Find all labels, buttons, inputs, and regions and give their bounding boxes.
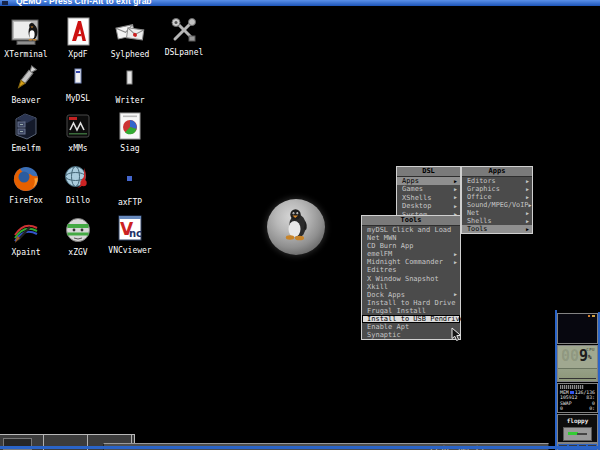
menu-item-office[interactable]: Office▶ bbox=[462, 193, 532, 201]
menu-item-dock-apps[interactable]: Dock Apps▶ bbox=[362, 291, 460, 299]
dockapp-net-monitor[interactable] bbox=[557, 313, 598, 344]
menu-item-label: Synaptic bbox=[367, 331, 401, 339]
desktop-icon-dillo[interactable]: Dillo bbox=[52, 160, 104, 205]
menu-item-label: Enable Apt bbox=[367, 323, 409, 331]
menu-item-shells[interactable]: Shells▶ bbox=[462, 217, 532, 225]
menu-item-net[interactable]: Net▶ bbox=[462, 209, 532, 217]
desktop-icon-axftp[interactable]: axFTP bbox=[104, 162, 156, 207]
menu-item-cd-burn-app[interactable]: CD Burn App bbox=[362, 242, 460, 250]
window-title: QEMU - Press Ctrl-Alt to exit grab bbox=[16, 0, 152, 6]
menu-item-sound-mpeg-voip[interactable]: Sound/MPEG/VoIP▶ bbox=[462, 201, 532, 209]
stat-left: 0 bbox=[560, 406, 563, 411]
menu-item-editors[interactable]: Editors▶ bbox=[462, 177, 532, 185]
xmms-icon bbox=[52, 108, 104, 142]
submenu-arrow-icon: ▶ bbox=[526, 219, 529, 224]
menu-item-emelfm[interactable]: emelFM▶ bbox=[362, 250, 460, 258]
writer-icon bbox=[104, 60, 156, 94]
menu-item-label: X Window Snapshot bbox=[367, 275, 439, 283]
menu-item-graphics[interactable]: Graphics▶ bbox=[462, 185, 532, 193]
menu-item-label: Midnight Commander bbox=[367, 258, 443, 266]
dsl-logo bbox=[267, 199, 325, 255]
menu-item-label: Install to Hard Drive bbox=[367, 299, 456, 307]
dockapp-cpu-monitor[interactable]: CPU 009% bbox=[557, 345, 598, 382]
mouse-cursor-icon bbox=[451, 327, 462, 346]
icon-label: xZGV bbox=[52, 248, 104, 257]
desktop-icon-vncviewer[interactable]: VncVNCviewer bbox=[104, 210, 156, 255]
menu-item-install-to-hard-drive[interactable]: Install to Hard Drive bbox=[362, 299, 460, 307]
submenu-arrow-icon: ▶ bbox=[454, 204, 457, 209]
svg-text:nc: nc bbox=[129, 228, 142, 239]
menu-item-games[interactable]: Games▶ bbox=[397, 185, 460, 193]
icon-label: axFTP bbox=[104, 198, 156, 207]
desktop-icon-beaver[interactable]: Beaver bbox=[0, 60, 52, 105]
stat-right: 0: bbox=[589, 406, 595, 411]
menu-item-label: Desktop bbox=[402, 202, 432, 210]
tux-penguin-icon bbox=[276, 205, 316, 249]
menu-item-label: Net MWN bbox=[367, 234, 397, 242]
desktop-icon-writer[interactable]: Writer bbox=[104, 60, 156, 105]
menu-item-install-to-usb-pendrive[interactable]: Install to USB Pendrive bbox=[362, 315, 460, 323]
desktop-icon-xpdf[interactable]: XpdF bbox=[52, 14, 104, 59]
icon-label: Dillo bbox=[52, 196, 104, 205]
menu-item-xshells[interactable]: XShells▶ bbox=[397, 194, 460, 202]
submenu-arrow-icon: ▶ bbox=[526, 187, 529, 192]
axftp-icon bbox=[104, 162, 156, 196]
desktop-icon-xterminal[interactable]: XTerminal bbox=[0, 14, 52, 59]
firefox-icon bbox=[0, 160, 52, 194]
desktop-icon-mydsl[interactable]: MyDSL bbox=[52, 58, 104, 103]
dockapp-floppy-mount[interactable]: floppy bbox=[557, 414, 598, 443]
dockapp-system-stats[interactable]: MEM126/13610591283:SWAP000: bbox=[557, 383, 598, 413]
mydsl-icon bbox=[52, 58, 104, 92]
menu-item-desktop[interactable]: Desktop▶ bbox=[397, 202, 460, 210]
menu-item-label: Dock Apps bbox=[367, 291, 405, 299]
desktop-icon-firefox[interactable]: FireFox bbox=[0, 160, 52, 205]
menu-item-tools[interactable]: Tools▶ bbox=[462, 225, 532, 233]
menu-item-synaptic[interactable]: Synaptic bbox=[362, 331, 460, 339]
icon-label: Xpaint bbox=[0, 248, 52, 257]
floppy-panel[interactable] bbox=[563, 427, 592, 441]
floppy-label: floppy bbox=[558, 417, 597, 425]
menu-item-mydsl-click-and-load[interactable]: myDSL Click and Load bbox=[362, 226, 460, 234]
icon-label: Sylpheed bbox=[104, 50, 156, 59]
icon-label: Writer bbox=[104, 96, 156, 105]
menu-apps: AppsEditors▶Graphics▶Office▶Sound/MPEG/V… bbox=[461, 166, 533, 234]
menu-item-label: Editors bbox=[467, 177, 496, 185]
desktop-icon-emelfm[interactable]: Emelfm bbox=[0, 108, 52, 153]
mem-usage-bar bbox=[570, 391, 574, 394]
menu-item-x-window-snapshot[interactable]: X Window Snapshot bbox=[362, 275, 460, 283]
desktop-icon-siag[interactable]: Siag bbox=[104, 108, 156, 153]
xpaint-icon bbox=[0, 212, 52, 246]
desktop-icon-xmms[interactable]: xMMs bbox=[52, 108, 104, 153]
desktop-icon-sylpheed[interactable]: Sylpheed bbox=[104, 14, 156, 59]
menu-item-label: Tools bbox=[467, 225, 487, 233]
xterminal-icon bbox=[0, 14, 52, 48]
icon-label: FireFox bbox=[0, 196, 52, 205]
menu-title: DSL bbox=[397, 167, 460, 177]
beaver-icon bbox=[0, 60, 52, 94]
submenu-arrow-icon: ▶ bbox=[454, 292, 457, 297]
menu-item-midnight-commander[interactable]: Midnight Commander▶ bbox=[362, 258, 460, 266]
dsl-desktop: QEMU - Press Ctrl-Alt to exit grab XTerm… bbox=[0, 0, 600, 450]
menu-item-net-mwn[interactable]: Net MWN bbox=[362, 234, 460, 242]
window-icon bbox=[2, 1, 8, 5]
desktop-icon-dslpanel[interactable]: DSLpanel bbox=[158, 12, 210, 57]
icon-label: MyDSL bbox=[52, 94, 104, 103]
menu-item-label: Net bbox=[467, 209, 479, 217]
menu-item-editres[interactable]: Editres bbox=[362, 266, 460, 274]
icon-label: VNCviewer bbox=[104, 246, 156, 255]
desktop-icon-xpaint[interactable]: Xpaint bbox=[0, 212, 52, 257]
icon-label: XTerminal bbox=[0, 50, 52, 59]
emelfm-icon bbox=[0, 108, 52, 142]
menu-item-label: emelFM bbox=[367, 250, 392, 258]
menu-item-xkill[interactable]: Xkill bbox=[362, 283, 460, 291]
menu-item-frugal-install[interactable]: Frugal Install bbox=[362, 307, 460, 315]
siag-icon bbox=[104, 108, 156, 142]
xpdf-icon bbox=[52, 14, 104, 48]
desktop-icon-xzgv[interactable]: xZGV bbox=[52, 212, 104, 257]
menu-item-enable-apt[interactable]: Enable Apt bbox=[362, 323, 460, 331]
menu-item-apps[interactable]: Apps▶ bbox=[397, 177, 460, 185]
floppy-slot bbox=[577, 433, 587, 435]
qemu-bottom-border bbox=[0, 446, 600, 449]
menu-item-label: Frugal Install bbox=[367, 307, 426, 315]
submenu-arrow-icon: ▶ bbox=[454, 260, 457, 265]
